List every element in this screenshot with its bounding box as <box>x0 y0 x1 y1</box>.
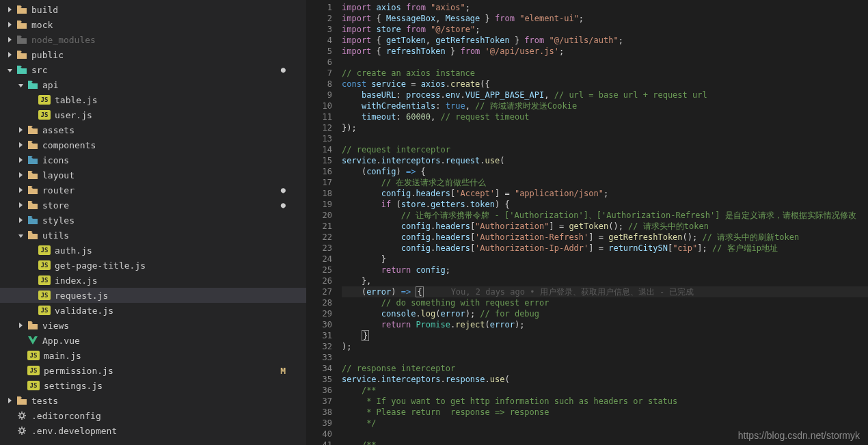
line-number: 1 <box>306 2 332 13</box>
svg-marker-2 <box>8 37 12 42</box>
code-line[interactable]: service.interceptors.response.use( <box>342 374 868 385</box>
code-line[interactable]: import { getToken, getRefreshToken } fro… <box>342 35 868 46</box>
chevron-right-icon <box>16 201 25 209</box>
line-number: 4 <box>306 35 332 46</box>
tree-item-build[interactable]: build <box>0 2 306 17</box>
tree-item-node-modules[interactable]: node_modules <box>0 32 306 47</box>
tree-item-components[interactable]: components <box>0 137 306 152</box>
tree-item-layout[interactable]: layout <box>0 167 306 183</box>
tree-item-api[interactable]: api <box>0 77 306 92</box>
code-line[interactable]: import axios from "axios"; <box>342 2 868 13</box>
tree-item-assets[interactable]: assets <box>0 122 306 137</box>
code-line[interactable] <box>342 57 868 68</box>
code-line[interactable]: withCredentials: true, // 跨域请求时发送Cookie <box>342 100 868 111</box>
code-line[interactable]: config.headers['Accept'] = "application/… <box>342 188 868 199</box>
code-line[interactable]: (config) => { <box>342 166 868 177</box>
line-number: 15 <box>306 155 332 166</box>
code-line[interactable]: if (store.getters.token) { <box>342 199 868 210</box>
tree-item-router[interactable]: router● <box>0 183 306 198</box>
tree-item-icons[interactable]: icons <box>0 152 306 167</box>
tree-item-main-js[interactable]: JSmain.js <box>0 348 306 363</box>
code-line[interactable]: // do something with request error <box>342 297 868 308</box>
tree-item-utils[interactable]: utils <box>0 228 306 243</box>
tree-item-label: utils <box>42 230 69 241</box>
file-explorer[interactable]: buildmocknode_modulespublicsrc●apiJStabl… <box>0 0 306 445</box>
code-line[interactable]: timeout: 60000, // request timeout <box>342 111 868 122</box>
tree-item-label: api <box>42 80 58 90</box>
tree-item--env-development[interactable]: .env.development <box>0 423 306 438</box>
tree-item-mock[interactable]: mock <box>0 17 306 32</box>
code-line[interactable]: return config; <box>342 265 868 275</box>
code-line[interactable]: config.headers["Authorization"] = getTok… <box>342 221 868 232</box>
tree-item-src[interactable]: src● <box>0 62 306 77</box>
code-line[interactable] <box>342 352 868 363</box>
svg-marker-5 <box>18 84 23 87</box>
tree-item-settings-js[interactable]: JSsettings.js <box>0 378 306 393</box>
code-line[interactable]: config.headers['Authorization-Refresh'] … <box>342 232 868 243</box>
js-file-icon: JS <box>38 275 51 285</box>
tree-item-get-page-title-js[interactable]: JSget-page-title.js <box>0 258 306 273</box>
svg-marker-7 <box>19 142 23 148</box>
code-line[interactable]: console.log(error); // for debug <box>342 308 868 319</box>
tree-item-user-js[interactable]: JSuser.js <box>0 107 306 122</box>
tree-item-validate-js[interactable]: JSvalidate.js <box>0 303 306 318</box>
line-number: 10 <box>306 100 332 111</box>
code-line[interactable]: }, <box>342 275 868 286</box>
tree-item-label: public <box>31 50 64 60</box>
tree-item-styles[interactable]: styles <box>0 213 306 228</box>
tree-item-tests[interactable]: tests <box>0 393 306 408</box>
code-line[interactable]: // response interceptor <box>342 363 868 374</box>
code-line[interactable]: config.headers['Authorization-Ip-Addr'] … <box>342 243 868 254</box>
code-line[interactable]: */ <box>342 418 868 429</box>
code-line[interactable]: // create an axios instance <box>342 68 868 79</box>
code-line[interactable]: import { refreshToken } from '@/api/user… <box>342 46 868 57</box>
code-line[interactable]: } <box>342 330 868 341</box>
tree-item-permission-js[interactable]: JSpermission.jsM <box>0 363 306 378</box>
code-line[interactable]: return Promise.reject(error); <box>342 319 868 330</box>
js-file-icon: JS <box>27 351 40 360</box>
tree-item-auth-js[interactable]: JSauth.js <box>0 243 306 258</box>
code-line[interactable]: // 让每个请求携带令牌 - ['Authorization']、['Autho… <box>342 210 868 221</box>
folder-icon <box>16 4 27 15</box>
svg-marker-15 <box>8 398 12 403</box>
tree-item-public[interactable]: public <box>0 47 306 62</box>
tree-item-store[interactable]: store● <box>0 198 306 213</box>
line-number: 5 <box>306 46 332 57</box>
svg-marker-6 <box>19 127 23 133</box>
code-line[interactable]: baseURL: process.env.VUE_APP_BASE_API, /… <box>342 90 868 100</box>
chevron-right-icon <box>16 156 25 164</box>
code-line[interactable]: const service = axios.create({ <box>342 79 868 90</box>
tree-item-index-js[interactable]: JSindex.js <box>0 273 306 288</box>
code-line[interactable]: (error) => {You, 2 days ago • 用户登录、获取用户信… <box>342 286 868 297</box>
code-line[interactable]: // request interceptor <box>342 144 868 155</box>
code-line[interactable]: ); <box>342 341 868 352</box>
watermark-text: https://blog.csdn.net/stormyk <box>738 430 860 441</box>
chevron-right-icon <box>5 396 14 405</box>
tree-item-label: src <box>31 65 47 75</box>
svg-marker-0 <box>8 7 12 12</box>
code-line[interactable] <box>342 133 868 144</box>
tree-item--editorconfig[interactable]: .editorconfig <box>0 408 306 423</box>
code-line[interactable]: // 在发送请求之前做些什么 <box>342 177 868 188</box>
tree-item-table-js[interactable]: JStable.js <box>0 92 306 107</box>
code-line[interactable]: } <box>342 254 868 265</box>
tree-item-label: icons <box>42 155 69 165</box>
tree-item-label: layout <box>42 170 74 180</box>
code-line[interactable]: }); <box>342 122 868 133</box>
code-area[interactable]: import axios from "axios";import { Messa… <box>342 0 868 445</box>
code-line[interactable]: service.interceptors.request.use( <box>342 155 868 166</box>
tree-item-app-vue[interactable]: App.vue <box>0 333 306 348</box>
tree-item-request-js[interactable]: JSrequest.js <box>0 288 306 303</box>
code-line[interactable]: /** <box>342 385 868 396</box>
code-line[interactable]: import { MessageBox, Message } from "ele… <box>342 13 868 24</box>
folder-icon <box>27 320 38 331</box>
code-line[interactable]: import store from "@/store"; <box>342 24 868 35</box>
svg-marker-11 <box>19 202 23 208</box>
tree-item-label: main.js <box>44 351 81 361</box>
tree-item-label: auth.js <box>55 245 92 256</box>
code-line[interactable]: * If you want to get http information su… <box>342 396 868 407</box>
code-editor[interactable]: 1234567891011121314151617181920212223242… <box>306 0 868 445</box>
line-number: 9 <box>306 90 332 100</box>
code-line[interactable]: * Please return response => response <box>342 407 868 418</box>
tree-item-views[interactable]: views <box>0 318 306 333</box>
